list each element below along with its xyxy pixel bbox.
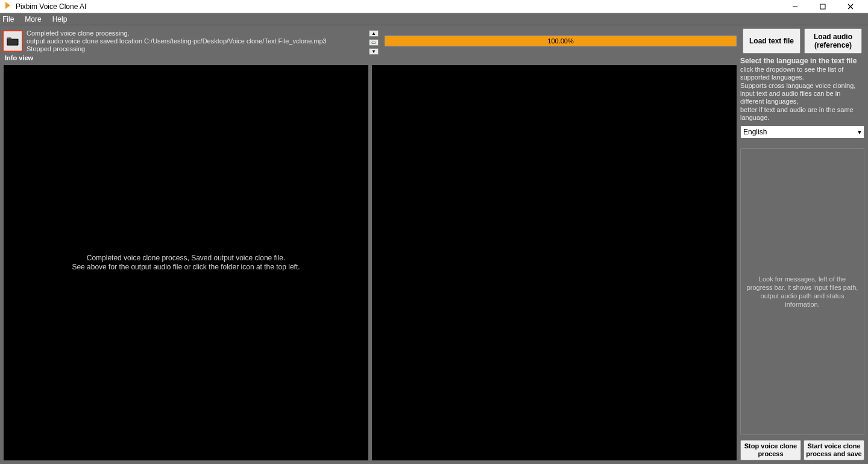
log-line: Stopped processing bbox=[27, 45, 365, 53]
top-toolbar: Completed voice clone processing. output… bbox=[0, 25, 868, 54]
language-dropdown[interactable]: English ▾ bbox=[740, 125, 864, 139]
log-line: Completed voice clone processing. bbox=[27, 30, 365, 37]
chevron-down-icon: ▾ bbox=[858, 128, 861, 136]
language-value: English bbox=[743, 128, 767, 136]
side-panel: Select the language in the text file cli… bbox=[740, 54, 864, 460]
stop-button[interactable]: Stop voice clone process bbox=[740, 440, 801, 460]
maximize-button[interactable] bbox=[809, 0, 837, 13]
progress-label: 100.00% bbox=[385, 36, 736, 46]
load-audio-button[interactable]: Load audio (reference) bbox=[804, 28, 862, 54]
side-note: better if text and audio are in the same… bbox=[740, 106, 864, 122]
app-icon bbox=[4, 1, 12, 11]
menu-help[interactable]: Help bbox=[52, 15, 68, 24]
menu-file[interactable]: File bbox=[2, 15, 14, 24]
svg-rect-1 bbox=[820, 4, 825, 9]
log-scroll: ▲ ▭ ▼ bbox=[369, 30, 379, 52]
open-folder-button[interactable] bbox=[2, 30, 23, 52]
info-view-panel-right bbox=[372, 65, 737, 460]
message-box: Look for messages, left of the progress … bbox=[740, 148, 864, 435]
progress-bar: 100.00% bbox=[385, 36, 737, 46]
window-titlebar: Pixbim Voice Clone AI bbox=[0, 0, 868, 13]
scroll-mid-button[interactable]: ▭ bbox=[369, 39, 379, 46]
info-text-line: See above for the output audio file or c… bbox=[72, 263, 300, 272]
start-button[interactable]: Start voice clone process and save bbox=[804, 440, 864, 460]
side-note: click the dropdown to see the list of su… bbox=[740, 66, 864, 81]
window-title: Pixbim Voice Clone AI bbox=[16, 2, 86, 11]
info-text-line: Completed voice clone process, Saved out… bbox=[72, 254, 300, 263]
menu-more[interactable]: More bbox=[25, 15, 41, 24]
close-button[interactable] bbox=[837, 0, 864, 13]
side-heading: Select the language in the text file bbox=[740, 57, 864, 65]
menubar: File More Help bbox=[0, 13, 868, 25]
minimize-button[interactable] bbox=[781, 0, 809, 13]
load-text-button[interactable]: Load text file bbox=[743, 28, 800, 54]
info-view-panel-left: Completed voice clone process, Saved out… bbox=[4, 65, 368, 460]
scroll-up-button[interactable]: ▲ bbox=[369, 30, 379, 37]
message-text: Look for messages, left of the progress … bbox=[746, 275, 859, 309]
log-output: Completed voice clone processing. output… bbox=[25, 29, 366, 53]
log-line: output audio voice clone saved location … bbox=[27, 37, 365, 45]
side-note: Supports cross language voice cloning, i… bbox=[740, 82, 864, 105]
info-view-label: Info view bbox=[4, 54, 737, 65]
